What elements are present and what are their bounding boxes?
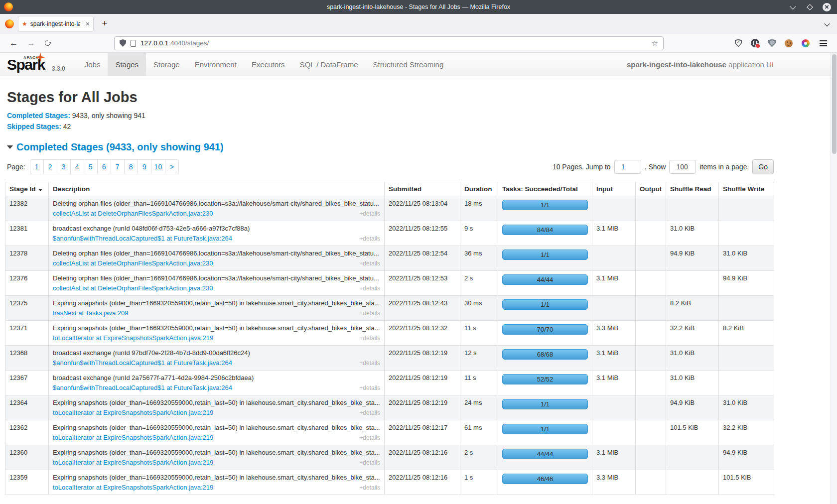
stage-callsite-link[interactable]: toLocalIterator at ExpireSnapshotsSparkA… — [53, 484, 213, 491]
page-info-icon[interactable] — [131, 40, 136, 47]
forward-button[interactable]: → — [27, 38, 35, 48]
details-toggle[interactable]: +details — [359, 310, 380, 317]
nav-item-structured-streaming[interactable]: Structured Streaming — [366, 53, 451, 76]
column-header-submitted[interactable]: Submitted — [385, 182, 460, 196]
stage-submitted-cell: 2022/11/25 08:12:16 — [385, 470, 460, 495]
stage-callsite-link[interactable]: toLocalIterator at ExpireSnapshotsSparkA… — [53, 459, 213, 466]
color-asterisk-extension-icon[interactable] — [802, 39, 810, 47]
stage-description-cell: Deleting orphan files (older_than=166910… — [49, 271, 385, 296]
details-toggle[interactable]: +details — [359, 235, 380, 242]
details-toggle[interactable]: +details — [359, 260, 380, 267]
nav-item-executors[interactable]: Executors — [244, 53, 292, 76]
column-header-stage-id[interactable]: Stage Id — [5, 182, 49, 196]
stage-callsite-link[interactable]: $anonfun$withThreadLocalCaptured$1 at Fu… — [53, 235, 232, 242]
column-header-description[interactable]: Description — [49, 182, 385, 196]
nav-item-jobs[interactable]: Jobs — [77, 53, 108, 76]
jump-to-page-input[interactable] — [614, 160, 641, 174]
url-text[interactable]: 127.0.0.1:4040/stages/ — [140, 39, 209, 47]
nav-item-storage[interactable]: Storage — [146, 53, 187, 76]
scrollbar[interactable] — [831, 53, 837, 504]
details-toggle[interactable]: +details — [359, 210, 380, 217]
page-button-6[interactable]: 6 — [97, 159, 111, 174]
column-header-shuffle-read[interactable]: Shuffle Read — [666, 182, 719, 196]
details-toggle[interactable]: +details — [359, 335, 380, 342]
stage-callsite-link[interactable]: hasNext at Tasks.java:209 — [53, 309, 129, 317]
page-button-2[interactable]: 2 — [43, 159, 57, 174]
stage-callsite-link[interactable]: toLocalIterator at ExpireSnapshotsSparkA… — [53, 434, 213, 441]
items-per-page-input[interactable] — [669, 160, 696, 174]
details-toggle[interactable]: +details — [359, 360, 380, 367]
url-bar[interactable]: 127.0.0.1:4040/stages/ ☆ — [114, 36, 664, 50]
new-tab-button[interactable]: + — [98, 17, 111, 30]
nav-item-environment[interactable]: Environment — [187, 53, 244, 76]
back-button[interactable]: ← — [9, 38, 18, 48]
stage-duration-cell: 30 ms — [460, 296, 498, 321]
cookie-extension-icon[interactable] — [785, 39, 793, 47]
details-toggle[interactable]: +details — [359, 434, 380, 441]
page-button-5[interactable]: 5 — [84, 159, 98, 174]
nav-item-stages[interactable]: Stages — [108, 53, 146, 76]
maximize-button[interactable] — [805, 2, 814, 11]
page-next-button[interactable]: > — [165, 159, 179, 174]
stage-callsite-link[interactable]: collectAsList at DeleteOrphanFilesSparkA… — [53, 259, 213, 267]
stage-submitted-cell: 2022/11/25 08:12:19 — [385, 346, 460, 371]
list-tabs-button[interactable] — [825, 19, 829, 28]
tab-close-icon[interactable]: × — [86, 20, 90, 27]
tracking-protection-shield-icon[interactable] — [120, 39, 126, 47]
shield-check-extension-icon[interactable] — [735, 39, 742, 47]
stage-tasks-cell: 44/44 — [498, 445, 592, 470]
stage-callsite-link[interactable]: collectAsList at DeleteOrphanFilesSparkA… — [53, 284, 213, 292]
menu-icon[interactable] — [820, 43, 827, 44]
page-button-10[interactable]: 10 — [151, 159, 166, 174]
stage-description-text: Expiring snapshots (older_than=166932055… — [53, 399, 380, 406]
reload-button[interactable] — [44, 39, 52, 47]
stage-output-cell — [636, 246, 666, 271]
stage-input-cell: 3.1 MiB — [592, 346, 636, 371]
privacy-mask-extension-icon[interactable] — [751, 39, 759, 47]
stage-submitted-cell: 2022/11/25 08:12:19 — [385, 371, 460, 395]
completed-stages-section-toggle[interactable]: Completed Stages (9433, only showing 941… — [7, 141, 774, 153]
stage-callsite-link[interactable]: toLocalIterator at ExpireSnapshotsSparkA… — [53, 409, 213, 416]
details-toggle[interactable]: +details — [359, 384, 380, 391]
stage-output-cell — [636, 221, 666, 246]
adblock-shield-extension-icon[interactable] — [768, 39, 776, 47]
column-header-output[interactable]: Output — [636, 182, 666, 196]
stage-callsite-link[interactable]: collectAsList at DeleteOrphanFilesSparkA… — [53, 210, 213, 217]
stage-row-12375: 12375Expiring snapshots (older_than=1669… — [5, 296, 774, 321]
column-header-duration[interactable]: Duration — [460, 182, 498, 196]
spark-favicon-icon: ★ — [22, 20, 27, 27]
column-header-shuffle-write[interactable]: Shuffle Write — [719, 182, 774, 196]
minimize-button[interactable] — [788, 2, 797, 11]
stage-row-12360: 12360Expiring snapshots (older_than=1669… — [5, 445, 774, 470]
bookmark-star-icon[interactable]: ☆ — [652, 39, 658, 48]
stage-shuffle-read-cell: 32.2 KiB — [666, 321, 719, 346]
close-window-button[interactable] — [822, 2, 831, 11]
column-header-input[interactable]: Input — [592, 182, 636, 196]
completed-stages-summary: Completed Stages: 9433, only showing 941 — [7, 112, 774, 120]
spark-nav-bar: APACHE Spark 3.3.0 JobsStagesStorageEnvi… — [0, 53, 837, 76]
page-button-7[interactable]: 7 — [111, 159, 125, 174]
stage-callsite-link[interactable]: $anonfun$withThreadLocalCaptured$1 at Fu… — [53, 359, 232, 367]
page-button-8[interactable]: 8 — [124, 159, 138, 174]
page-button-3[interactable]: 3 — [57, 159, 71, 174]
stage-callsite-link[interactable]: $anonfun$withThreadLocalCaptured$1 at Fu… — [53, 384, 232, 391]
spark-logo[interactable]: APACHE Spark — [7, 53, 51, 76]
details-toggle[interactable]: +details — [359, 409, 380, 416]
stage-callsite-link[interactable]: toLocalIterator at ExpireSnapshotsSparkA… — [53, 334, 213, 342]
tasks-progress-bar: 52/52 — [502, 374, 588, 384]
stage-description-cell: broadcast exchange (runId 2a75677f-a771-… — [49, 371, 385, 395]
details-toggle[interactable]: +details — [359, 285, 380, 292]
nav-item-sql-dataframe[interactable]: SQL / DataFrame — [292, 53, 366, 76]
stage-duration-cell: 11 s — [460, 371, 498, 395]
go-button[interactable]: Go — [752, 159, 774, 174]
page-button-9[interactable]: 9 — [138, 159, 151, 174]
page-button-1[interactable]: 1 — [30, 159, 44, 174]
scrollbar-thumb[interactable] — [832, 54, 837, 154]
firefox-view-icon[interactable] — [5, 19, 14, 28]
pagination-pages: 12345678910> — [30, 159, 179, 174]
details-toggle[interactable]: +details — [359, 459, 380, 466]
page-button-4[interactable]: 4 — [70, 159, 84, 174]
active-tab[interactable]: ★ spark-ingest-into-lakehous × — [18, 16, 93, 31]
column-header-tasks-succeeded-total[interactable]: Tasks: Succeeded/Total — [498, 182, 592, 196]
details-toggle[interactable]: +details — [359, 484, 380, 491]
